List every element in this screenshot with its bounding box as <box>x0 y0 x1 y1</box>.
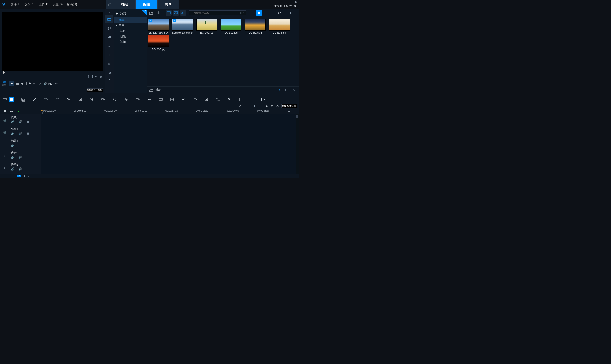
preview-scrubber[interactable] <box>2 71 103 74</box>
layout-1-icon[interactable]: ⧉ <box>277 87 282 93</box>
filter-tl-icon[interactable] <box>238 97 244 102</box>
layout-edit-icon[interactable]: ✎ <box>291 87 297 93</box>
track-vol-icon[interactable]: 🔊 <box>19 156 22 159</box>
tree-background[interactable]: ▾背景 <box>114 23 146 28</box>
play-button[interactable] <box>9 81 14 86</box>
close-icon[interactable]: ✕ <box>295 0 298 3</box>
track-type-icon[interactable]: ∿ <box>0 150 9 162</box>
storyboard-mode-icon[interactable] <box>2 97 8 102</box>
ripple-icon[interactable] <box>101 97 106 102</box>
cat-title-icon[interactable]: AB <box>106 42 113 50</box>
track-body[interactable] <box>41 115 299 126</box>
cut-icon[interactable]: ✂ <box>95 75 98 79</box>
tab-edit[interactable]: 编辑 <box>135 0 158 9</box>
timeline-ruler[interactable]: ◆ 00:00:00:0000:00:03:1000:00:06:2000:00… <box>41 109 299 114</box>
sort-icon[interactable] <box>277 10 282 16</box>
fullscreen-icon[interactable]: ⛶ <box>60 82 65 85</box>
library-item[interactable]: ▭Sample_360.mp4 <box>148 19 169 34</box>
volume-icon[interactable]: 🔊 <box>43 82 48 85</box>
fit-icon[interactable]: ⊡ <box>270 103 274 109</box>
cat-media-icon[interactable] <box>106 15 113 23</box>
audio-fx-icon[interactable] <box>123 97 129 102</box>
motion-icon[interactable] <box>181 97 186 102</box>
timeline-scrollbar[interactable] <box>296 115 299 174</box>
track-body[interactable] <box>41 126 299 138</box>
track-vol-icon[interactable]: 🔊 <box>19 132 22 135</box>
clear-search-icon[interactable]: × <box>240 11 242 15</box>
tree-sample[interactable]: 样本 <box>114 17 146 23</box>
aspect-ratio[interactable]: 16:9 <box>53 82 59 85</box>
mark-out-icon[interactable]: ⟧ <box>92 75 93 79</box>
track-type-icon[interactable]: IT <box>0 138 9 150</box>
minimize-icon[interactable]: — <box>285 0 288 3</box>
scroll-up-icon[interactable]: ▲ <box>106 10 113 15</box>
track-next-icon[interactable]: ▶ <box>27 175 30 177</box>
next-frame-icon[interactable]: ⎸▶ <box>26 82 31 85</box>
library-item[interactable]: ▭Sample_Lake.mp4 <box>172 19 193 34</box>
track-body[interactable] <box>41 150 299 162</box>
library-item[interactable]: BG-B03.jpg <box>245 19 266 34</box>
scroll-down-icon[interactable]: ▼ <box>106 77 113 82</box>
track-link-icon[interactable]: 🔗 <box>11 120 14 123</box>
reverse-icon[interactable] <box>146 97 152 102</box>
prev-frame-icon[interactable]: ◀⎸ <box>21 82 26 85</box>
tree-video[interactable]: 视频 <box>114 39 146 45</box>
track-options-icon[interactable]: ☰ <box>3 109 7 114</box>
snapshot-icon[interactable]: ⧉ <box>100 75 102 79</box>
gif-icon[interactable]: GIF <box>261 97 266 102</box>
menu-tools[interactable]: 工具(T) <box>37 2 51 6</box>
cat-transition-icon[interactable] <box>106 33 113 41</box>
transition-tl-icon[interactable] <box>226 97 232 102</box>
cat-text-icon[interactable]: T <box>106 51 113 59</box>
track-type-icon[interactable]: 📹 <box>0 126 9 138</box>
filter-audio-icon[interactable] <box>180 10 186 16</box>
menu-file[interactable]: 文件(F) <box>9 2 23 6</box>
library-item[interactable]: BG-B02.jpg <box>220 19 242 34</box>
track-type-icon[interactable]: 📹 <box>0 115 9 126</box>
cat-fx-icon[interactable]: FX <box>106 69 113 77</box>
pin-icon[interactable] <box>141 10 146 15</box>
view-thumb-icon[interactable] <box>256 10 262 16</box>
capture-icon[interactable] <box>156 10 161 16</box>
library-item[interactable]: BG-B05.jpg <box>148 35 169 51</box>
playhead-icon[interactable]: ◆ <box>41 109 43 111</box>
browse-button[interactable]: 浏览 <box>149 88 161 92</box>
menu-help[interactable]: 帮助(H) <box>65 2 79 6</box>
tools-icon[interactable] <box>32 97 37 102</box>
view-grid-icon[interactable] <box>270 10 276 16</box>
preview-timecode[interactable]: 00:00:00:000 ▲▼ <box>87 88 103 92</box>
import-folder-icon[interactable]: + <box>148 10 154 16</box>
library-item[interactable]: BG-B04.jpg <box>269 19 290 34</box>
speed-icon[interactable] <box>135 97 140 102</box>
track-prev-icon[interactable]: ◀ <box>22 175 26 177</box>
track-vol-icon[interactable]: 🔊 <box>19 168 22 171</box>
color-icon[interactable] <box>112 97 118 102</box>
trim-icon[interactable] <box>66 97 72 102</box>
loop-icon[interactable]: ↻ <box>37 82 42 85</box>
tab-share[interactable]: 共享 <box>158 0 179 9</box>
preview-screen[interactable] <box>2 12 103 71</box>
track-body[interactable] <box>41 138 299 150</box>
layout-2-icon[interactable]: ▯▯ <box>284 87 290 93</box>
cat-settings-icon[interactable] <box>106 60 113 68</box>
zoom-in-icon[interactable]: ⊕ <box>265 103 269 109</box>
track-link-icon[interactable]: 🔗 <box>11 168 14 171</box>
exposure-icon[interactable] <box>250 97 255 102</box>
track-body[interactable] <box>41 162 299 174</box>
hd-toggle[interactable]: HD <box>48 82 53 85</box>
timeline-mode-icon[interactable] <box>9 97 14 102</box>
search-input[interactable] <box>193 12 239 14</box>
menu-edit[interactable]: 编辑(E) <box>23 2 37 6</box>
track-type-icon[interactable]: ♪ <box>0 162 9 174</box>
crop-icon[interactable] <box>78 97 83 102</box>
3d-title-icon[interactable]: T3D <box>215 97 221 102</box>
maximize-icon[interactable]: ❐ <box>290 0 293 3</box>
timeline-timecode[interactable]: 0:00:00:000 <box>281 104 297 108</box>
track-vol-icon[interactable]: 🔊 <box>19 120 22 123</box>
track-fx-icon[interactable]: ▦ <box>26 120 29 123</box>
track-link-icon[interactable]: 🔗 <box>11 156 14 159</box>
thumb-zoom-slider[interactable] <box>285 13 295 13</box>
menu-settings[interactable]: 设置(S) <box>51 2 65 6</box>
cat-audio-icon[interactable] <box>106 24 113 32</box>
search-dropdown-icon[interactable]: ▼ <box>243 12 245 14</box>
